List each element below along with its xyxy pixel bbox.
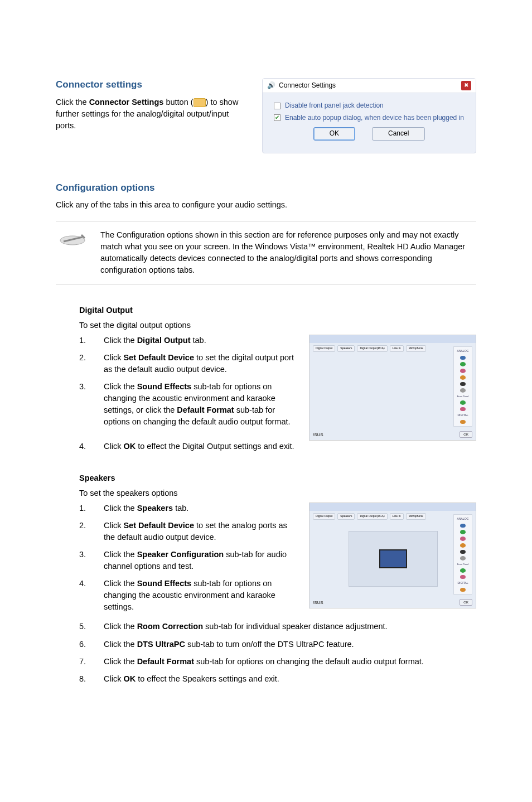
- panel-digital-label: DIGITAL: [457, 413, 468, 417]
- checkbox-checked-icon[interactable]: ✔: [274, 114, 280, 121]
- panel-front-label: Front Panel: [457, 563, 469, 566]
- panel-front-label: Front Panel: [457, 395, 469, 398]
- list-item-number: 2.: [79, 520, 90, 543]
- dialog-title: Connector Settings: [279, 81, 336, 90]
- list-item-text: Click the Speaker Configuration sub-tab …: [104, 549, 298, 572]
- list-item: 2.Click Set Default Device to set the an…: [79, 520, 298, 543]
- text-fragment: Click the: [56, 98, 89, 107]
- connector-settings-heading: Connector settings: [56, 78, 245, 92]
- list-item: 4.Click OK to effect the Digital Output …: [79, 441, 476, 452]
- option-enable-auto-popup[interactable]: ✔ Enable auto popup dialog, when device …: [274, 113, 465, 123]
- list-item-number: 3.: [79, 381, 90, 428]
- list-item-text: Click the Sound Effects sub-tab for opti…: [104, 381, 298, 428]
- asus-brand: /SUS: [313, 600, 323, 606]
- text-fragment: button (: [163, 98, 193, 107]
- list-item-text: Click Set Default Device to set the anal…: [104, 520, 298, 543]
- list-item: 5.Click the Room Correction sub-tab for …: [79, 621, 476, 632]
- speakers-intro: To set the speakers options: [79, 487, 476, 499]
- panel-analog-label: ANALOG: [457, 517, 469, 521]
- checkbox-label: Enable auto popup dialog, when device ha…: [285, 113, 464, 123]
- dialog-titlebar: 🔊 Connector Settings ✖: [263, 79, 476, 93]
- list-item: 3.Click the Speaker Configuration sub-ta…: [79, 549, 298, 572]
- list-item: 1.Click the Speakers tab.: [79, 503, 298, 514]
- speakers-heading: Speakers: [79, 472, 476, 484]
- asus-brand: /SUS: [313, 432, 323, 438]
- text-fragment-bold: Connector Settings: [89, 98, 164, 107]
- speaker-icon: 🔊: [267, 81, 275, 90]
- panel-analog-label: ANALOG: [457, 349, 469, 353]
- list-item-number: 5.: [79, 621, 90, 632]
- note-text: The Configuration options shown in this …: [100, 229, 474, 276]
- list-item-text: Click the Sound Effects sub-tab for opti…: [104, 578, 298, 613]
- list-item-number: 1.: [79, 335, 90, 346]
- list-item: 1.Click the Digital Output tab.: [79, 335, 298, 346]
- config-intro: Click any of the tabs in this area to co…: [56, 199, 476, 211]
- list-item: 8.Click OK to effect the Speakers settin…: [79, 673, 476, 685]
- thumb-ok-button[interactable]: OK: [460, 599, 472, 606]
- digital-output-heading: Digital Output: [79, 305, 476, 316]
- thumb-ok-button[interactable]: OK: [460, 431, 472, 438]
- option-disable-front-panel[interactable]: Disable front panel jack detection: [274, 101, 465, 110]
- list-item-text: Click OK to effect the Digital Output se…: [104, 441, 476, 452]
- connector-settings-dialog: 🔊 Connector Settings ✖ Disable front pan…: [262, 78, 476, 153]
- list-item-text: Click the Speakers tab.: [104, 503, 298, 514]
- digital-output-screenshot: Digital OutputSpeakersDigital Output(RCA…: [309, 335, 476, 441]
- list-item-number: 6.: [79, 639, 90, 650]
- list-item-number: 1.: [79, 503, 90, 514]
- ok-button[interactable]: OK: [313, 127, 355, 140]
- list-item: 7.Click the Default Format sub-tab for o…: [79, 656, 476, 668]
- cancel-button[interactable]: Cancel: [372, 127, 425, 140]
- connector-settings-text: Click the Connector Settings button () t…: [56, 96, 245, 132]
- note-icon: [58, 229, 87, 255]
- list-item-number: 3.: [79, 549, 90, 572]
- list-item-text: Click Set Default Device to set the digi…: [104, 352, 298, 375]
- list-item-number: 7.: [79, 656, 90, 668]
- list-item: 4.Click the Sound Effects sub-tab for op…: [79, 578, 298, 613]
- checkbox-unchecked-icon[interactable]: [274, 103, 280, 109]
- list-item-text: Click the Room Correction sub-tab for in…: [104, 621, 476, 632]
- list-item: 6.Click the DTS UltraPC sub-tab to turn …: [79, 639, 476, 650]
- list-item-number: 2.: [79, 352, 90, 375]
- speakers-screenshot: Digital OutputSpeakersDigital Output(RCA…: [309, 503, 476, 608]
- list-item-text: Click the Digital Output tab.: [104, 335, 298, 346]
- list-item-number: 4.: [79, 441, 90, 452]
- list-item-text: Click the DTS UltraPC sub-tab to turn on…: [104, 639, 476, 650]
- configuration-options-heading: Configuration options: [56, 181, 476, 195]
- panel-digital-label: DIGITAL: [457, 581, 468, 585]
- list-item-number: 4.: [79, 578, 90, 613]
- digital-intro: To set the digital output options: [79, 320, 476, 331]
- checkbox-label: Disable front panel jack detection: [285, 101, 384, 110]
- list-item-text: Click OK to effect the Speakers settings…: [104, 673, 476, 685]
- connector-settings-icon: [194, 98, 206, 107]
- list-item: 3.Click the Sound Effects sub-tab for op…: [79, 381, 298, 428]
- list-item: 2.Click Set Default Device to set the di…: [79, 352, 298, 375]
- close-icon[interactable]: ✖: [461, 81, 471, 90]
- list-item-text: Click the Default Format sub-tab for opt…: [104, 656, 476, 668]
- list-item-number: 8.: [79, 673, 90, 685]
